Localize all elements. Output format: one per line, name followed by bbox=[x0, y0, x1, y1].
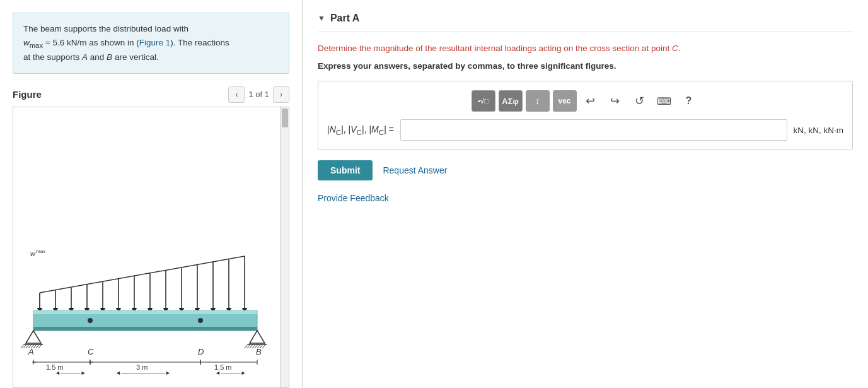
scrollbar-thumb[interactable] bbox=[282, 109, 288, 127]
part-header: ▼ Part A bbox=[318, 13, 853, 32]
page-indicator: 1 of 1 bbox=[248, 90, 269, 99]
math-toolbar: ▪√□ ΑΣφ ↕ vec ↩ ↪ ↺ ⌨ ? bbox=[327, 90, 843, 112]
svg-line-16 bbox=[40, 256, 245, 293]
problem-w: wmax = 5.6 kN/m as shown in (Figure 1). … bbox=[23, 38, 229, 47]
nav-next-button[interactable]: › bbox=[273, 86, 289, 103]
svg-text:max: max bbox=[36, 249, 45, 254]
answer-box: ▪√□ ΑΣφ ↕ vec ↩ ↪ ↺ ⌨ ? |NC|, |VC|, |MC|… bbox=[318, 81, 853, 150]
right-panel: ▼ Part A Determine the magnitude of the … bbox=[303, 0, 868, 388]
svg-marker-31 bbox=[250, 331, 265, 343]
svg-text:B: B bbox=[256, 347, 262, 356]
beam-diagram: w max bbox=[21, 242, 273, 381]
submit-button[interactable]: Submit bbox=[318, 160, 373, 180]
keyboard-button[interactable]: ⌨ bbox=[654, 90, 675, 112]
figure-header: Figure ‹ 1 of 1 › bbox=[13, 86, 289, 103]
vec-button[interactable]: vec bbox=[553, 90, 577, 112]
help-button[interactable]: ? bbox=[678, 90, 700, 112]
nav-prev-button[interactable]: ‹ bbox=[228, 86, 245, 103]
action-row: Submit Request Answer bbox=[318, 160, 853, 180]
svg-point-42 bbox=[198, 318, 203, 323]
figure-nav: ‹ 1 of 1 › bbox=[228, 86, 289, 103]
provide-feedback-link[interactable]: Provide Feedback bbox=[318, 193, 389, 203]
svg-text:C: C bbox=[88, 347, 94, 356]
problem-text-5: at the supports A and B are vertical. bbox=[23, 52, 159, 62]
arrow-button[interactable]: ↕ bbox=[526, 90, 550, 112]
svg-marker-21 bbox=[26, 331, 41, 343]
redo-button[interactable]: ↪ bbox=[605, 90, 626, 112]
part-title: Part A bbox=[330, 13, 360, 24]
svg-text:D: D bbox=[198, 347, 204, 356]
symbol-button[interactable]: ΑΣφ bbox=[499, 90, 523, 112]
problem-text-1: The beam supports the distributed load w… bbox=[23, 24, 188, 33]
unit-label: kN, kN, kN·m bbox=[794, 126, 844, 135]
problem-description: The beam supports the distributed load w… bbox=[13, 13, 289, 74]
svg-point-41 bbox=[88, 318, 93, 323]
request-answer-link[interactable]: Request Answer bbox=[383, 165, 447, 175]
svg-rect-20 bbox=[33, 327, 257, 331]
figure-area: w max bbox=[13, 107, 280, 387]
undo-button[interactable]: ↩ bbox=[580, 90, 601, 112]
svg-text:◄─────►: ◄─────► bbox=[55, 370, 86, 376]
figure-title: Figure bbox=[13, 89, 42, 100]
svg-text:◄───────────►: ◄───────────► bbox=[115, 370, 171, 376]
answer-input[interactable] bbox=[400, 119, 787, 141]
svg-text:◄─────►: ◄─────► bbox=[215, 370, 246, 376]
svg-rect-19 bbox=[33, 310, 257, 314]
equation-label: |NC|, |VC|, |MC| = bbox=[327, 124, 394, 136]
reset-button[interactable]: ↺ bbox=[629, 90, 651, 112]
question-text: Determine the magnitude of the resultant… bbox=[318, 42, 853, 55]
matrix-button[interactable]: ▪√□ bbox=[472, 90, 495, 112]
chevron-down-icon: ▼ bbox=[318, 14, 325, 23]
left-panel: The beam supports the distributed load w… bbox=[0, 0, 303, 388]
figure-link[interactable]: Figure 1 bbox=[139, 38, 171, 47]
scrollbar[interactable] bbox=[280, 107, 289, 387]
instruction-text: Express your answers, separated by comma… bbox=[318, 61, 853, 71]
svg-text:A: A bbox=[28, 347, 34, 356]
svg-text:w: w bbox=[30, 250, 36, 257]
input-row: |NC|, |VC|, |MC| = kN, kN, kN·m bbox=[327, 119, 843, 141]
